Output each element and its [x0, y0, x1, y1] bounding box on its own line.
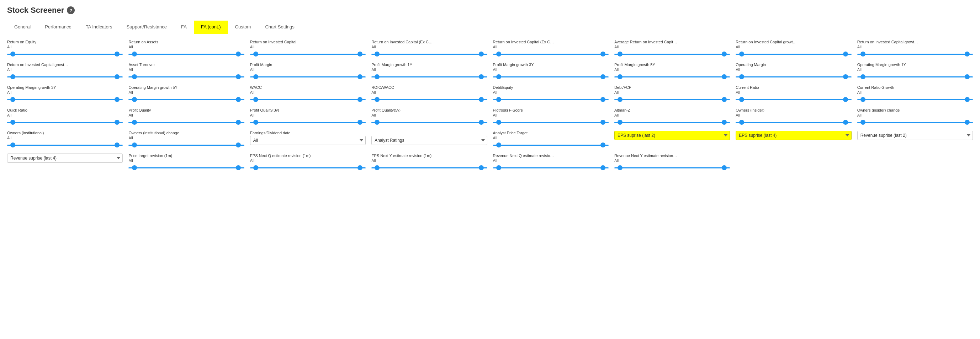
filter-op-margin-label: Operating Margin: [736, 63, 851, 67]
filter-current-ratio-sub: All: [736, 90, 851, 95]
filter-profit-quality: Profit Quality All: [129, 108, 244, 126]
filter-altman-z-label: Altman-Z: [614, 108, 730, 112]
filter-current-ratio-growth-label: Current Ratio Growth: [857, 85, 973, 90]
filter-analyst-price-target-label: Analyst Price Target: [493, 131, 609, 135]
filter-quick-ratio-sub: All: [7, 113, 123, 117]
filter-quick-ratio-slider[interactable]: [7, 119, 123, 126]
filter-wacc-slider[interactable]: [250, 96, 366, 103]
filter-roic-exc1-sub: All: [371, 45, 487, 49]
filter-rev-next-q-slider[interactable]: [493, 164, 609, 171]
filter-eps-next-y-slider[interactable]: [371, 164, 487, 171]
filter-owners-institutional-slider[interactable]: [7, 141, 123, 149]
tab-ta-indicators[interactable]: TA Indicators: [79, 21, 119, 34]
filter-op-margin-1y-slider[interactable]: [857, 73, 973, 80]
filter-owners-institutional-sub: All: [7, 136, 123, 140]
filter-profit-quality-slider[interactable]: [129, 119, 244, 126]
tab-custom[interactable]: Custom: [228, 21, 258, 34]
tab-support-resistance[interactable]: Support/Resistance: [119, 21, 174, 34]
filter-rev-next-y-slider[interactable]: [614, 164, 730, 171]
filter-rev-next-y-sub: All: [614, 158, 730, 163]
filter-earnings-date-wrapper: All: [250, 136, 366, 145]
filter-rev-next-q: Revenue Next Q estimate revisio… All: [493, 154, 609, 171]
filter-op-margin-3y-slider[interactable]: [7, 96, 123, 103]
filter-profit-margin-slider[interactable]: [250, 73, 366, 80]
tab-fa[interactable]: FA: [174, 21, 194, 34]
filter-eps-next-y: EPS Next Y estimate revision (1m) All: [371, 154, 487, 171]
filter-avg-roic: Average Return on Invested Capit… All: [614, 40, 730, 57]
filter-owners-institutional-change-slider[interactable]: [129, 141, 244, 149]
filter-piotroski: Piotroski F-Score All: [493, 108, 609, 126]
filter-op-margin-1y-sub: All: [857, 68, 973, 72]
filter-roic-growth2-slider[interactable]: [857, 51, 973, 57]
filter-eps-surprise-2-wrapper: EPS suprise (last 2): [614, 131, 730, 140]
filter-roic: Return on Invested Capital All: [250, 40, 366, 57]
filter-revenue-surprise-2-select[interactable]: Revenue suprise (last 2): [857, 131, 973, 140]
tab-bar: General Performance TA Indicators Suppor…: [7, 21, 973, 34]
filter-op-margin-5y-slider[interactable]: [129, 96, 244, 103]
filter-profit-quality-5y-slider[interactable]: [371, 119, 487, 126]
filter-price-target-revision-slider[interactable]: [129, 164, 244, 171]
tab-performance[interactable]: Performance: [38, 21, 78, 34]
tab-chart-settings[interactable]: Chart Settings: [258, 21, 301, 34]
filter-piotroski-slider[interactable]: [493, 119, 609, 126]
filter-profit-margin-1y-slider[interactable]: [371, 73, 487, 80]
filter-earnings-date-select[interactable]: All: [250, 136, 366, 145]
filter-roe-slider[interactable]: [7, 51, 123, 57]
filter-roic-exc2-slider[interactable]: [493, 51, 609, 57]
filter-debt-fcf-sub: All: [614, 90, 730, 95]
filter-analyst-ratings-select[interactable]: Analyst Ratings: [371, 136, 487, 145]
filter-profit-quality-5y-sub: All: [371, 113, 487, 117]
filter-roic-wacc-slider[interactable]: [371, 96, 487, 103]
filter-current-ratio-slider[interactable]: [736, 96, 851, 103]
tab-fa-cont[interactable]: FA (cont.): [194, 21, 228, 34]
filter-op-margin-5y-sub: All: [129, 90, 244, 95]
tab-general[interactable]: General: [7, 21, 38, 34]
filter-owners-insider-slider[interactable]: [736, 119, 851, 126]
filter-op-margin-sub: All: [736, 68, 851, 72]
filter-profit-quality-3y-slider[interactable]: [250, 119, 366, 126]
filter-roic-slider[interactable]: [250, 51, 366, 57]
filter-op-margin-slider[interactable]: [736, 73, 851, 80]
filter-quick-ratio: Quick Ratio All: [7, 108, 123, 126]
filter-owners-insider-change-slider[interactable]: [857, 119, 973, 126]
filter-debt-fcf-slider[interactable]: [614, 96, 730, 103]
filter-owners-institutional-change-label: Owners (institutional) change: [129, 131, 244, 135]
filter-rev-next-y: Revenue Next Y estimate revision… All: [614, 154, 730, 171]
filter-earnings-date: Earnings/Dividend date All: [250, 131, 366, 149]
filter-roic-growth1-sub: All: [736, 45, 851, 49]
title-text: Stock Screener: [7, 6, 64, 15]
filter-analyst-price-target-sub: All: [493, 136, 609, 140]
filter-eps-next-q-slider[interactable]: [250, 164, 366, 171]
filter-current-ratio: Current Ratio All: [736, 85, 851, 103]
filter-profit-margin-label: Profit Margin: [250, 63, 366, 67]
filter-profit-margin-3y-slider[interactable]: [493, 73, 609, 80]
filter-quick-ratio-label: Quick Ratio: [7, 108, 123, 112]
filter-profit-margin-3y: Profit Margin growth 3Y All: [493, 63, 609, 80]
help-icon[interactable]: ?: [67, 6, 75, 14]
filter-analyst-price-target-slider[interactable]: [493, 141, 609, 149]
filter-asset-turnover-slider[interactable]: [129, 73, 244, 80]
filter-profit-margin-5y-slider[interactable]: [614, 73, 730, 80]
filter-eps-surprise-2-select[interactable]: EPS suprise (last 2): [614, 131, 730, 140]
filter-avg-roic-slider[interactable]: [614, 51, 730, 57]
filter-altman-z: Altman-Z All: [614, 108, 730, 126]
filter-eps-surprise-4-select[interactable]: EPS suprise (last 4): [736, 131, 851, 140]
filter-op-margin-1y: Operating Margin growth 1Y All: [857, 63, 973, 80]
filter-analyst-ratings-wrapper: Analyst Ratings: [371, 136, 487, 145]
filter-roic-exc1-slider[interactable]: [371, 51, 487, 57]
filter-roic-wacc: ROIC/WACC All: [371, 85, 487, 103]
filter-altman-z-slider[interactable]: [614, 119, 730, 126]
filter-roa-slider[interactable]: [129, 51, 244, 57]
filter-eps-surprise-4: EPS suprise (last 4): [736, 131, 851, 149]
filter-op-margin: Operating Margin All: [736, 63, 851, 80]
filter-roic-growth3-sub: All: [7, 68, 123, 72]
filter-current-ratio-growth-slider[interactable]: [857, 96, 973, 103]
row6: Revenue suprise (last 4) Price target re…: [7, 154, 973, 171]
filter-rev-next-q-sub: All: [493, 158, 609, 163]
filter-op-margin-5y-label: Operating Margin growth 5Y: [129, 85, 244, 90]
filter-roic-growth3-slider[interactable]: [7, 73, 123, 80]
filter-debt-equity-slider[interactable]: [493, 96, 609, 103]
filter-revenue-surprise-4-select[interactable]: Revenue suprise (last 4): [7, 154, 123, 163]
filter-owners-institutional-change: Owners (institutional) change All: [129, 131, 244, 149]
filter-roic-growth1-slider[interactable]: [736, 51, 851, 57]
